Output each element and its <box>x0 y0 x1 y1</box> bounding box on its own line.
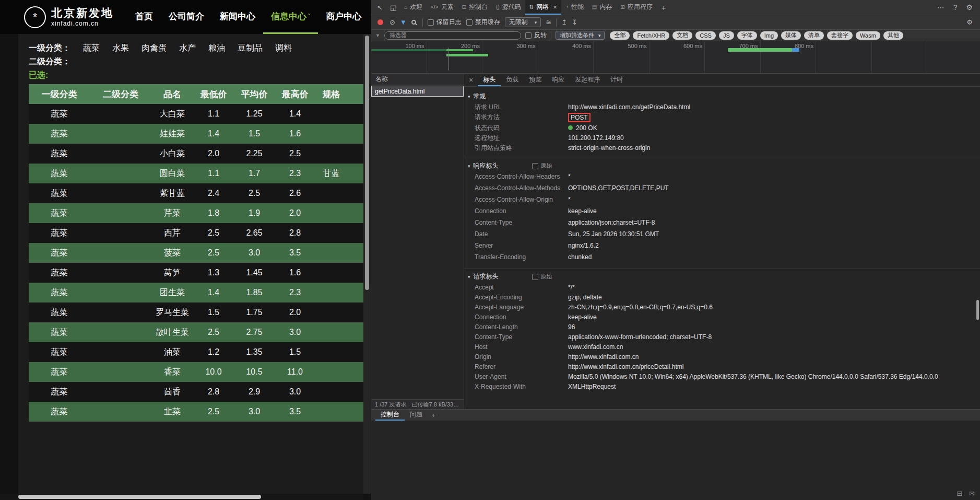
category-link[interactable]: 水果 <box>112 43 129 54</box>
devtools-tab[interactable]: ◔ 性能 × <box>561 0 588 15</box>
filter-chip[interactable]: Fetch/XHR <box>633 31 669 40</box>
nav-item[interactable]: 首页ˇ <box>127 0 161 34</box>
horizontal-scroll-thumb[interactable] <box>18 495 261 499</box>
filter-chip[interactable]: 媒体 <box>781 31 801 40</box>
devtools-tab[interactable]: ⌂ 欢迎 × <box>400 0 427 15</box>
raw-request-headers-checkbox[interactable]: 原始 <box>532 273 552 281</box>
collapse-section-icon[interactable]: ▾ <box>468 274 470 280</box>
drawer-corner-icons: ⊟ ✉ <box>957 490 975 497</box>
invert-filter-checkbox[interactable]: 反转 <box>525 31 547 40</box>
more-options-icon[interactable]: ⋯ <box>937 3 944 11</box>
cell-product: 油菜 <box>151 347 193 358</box>
cell-min-price: 1.4 <box>193 288 234 297</box>
checkbox-box[interactable] <box>525 32 532 39</box>
preserve-log-checkbox[interactable]: 保留日志 <box>428 18 462 27</box>
inspect-element-icon[interactable]: ↖ <box>373 0 386 15</box>
request-item[interactable]: getPriceData.html <box>371 86 464 97</box>
detail-tab[interactable]: 负载 <box>501 74 524 86</box>
category-link[interactable]: 蔬菜 <box>83 43 100 54</box>
dock-icon[interactable]: ⊟ <box>957 490 962 497</box>
name-column-header[interactable]: 名称 <box>371 74 464 85</box>
import-har-icon[interactable]: ↥ <box>561 18 567 26</box>
request-details-panel: × 标头 负载 预览 响应 发起程序 计时 ▾ 常规 请求 URL http:/… <box>464 74 980 409</box>
checkbox-box[interactable] <box>428 19 434 26</box>
section-title: 响应标头 <box>474 161 499 170</box>
site-logo[interactable]: * 北京新发地 xinfadi.com.cn <box>24 0 114 34</box>
devtools-tab[interactable]: </> 元素 × <box>427 0 457 15</box>
checkbox-box[interactable] <box>532 274 538 280</box>
more-tools-button[interactable]: + <box>657 0 671 15</box>
page-vertical-scrollbar[interactable] <box>363 34 371 494</box>
collapse-section-icon[interactable]: ▾ <box>468 94 470 99</box>
feedback-icon[interactable]: ✉ <box>969 490 975 497</box>
filter-chip[interactable]: JS <box>719 31 734 40</box>
more-filters-dropdown[interactable]: 增加筛选条件▾ <box>556 31 605 40</box>
settings-icon[interactable]: ⚙ <box>966 3 973 11</box>
filter-chip[interactable]: 文档 <box>672 31 692 40</box>
filter-chip[interactable]: 清单 <box>804 31 824 40</box>
nav-item[interactable]: 公司简介ˇ <box>161 0 212 34</box>
devtools-tab[interactable]: {} 源代码 × <box>492 0 525 15</box>
filter-chip[interactable]: Wasm <box>856 31 880 40</box>
filter-chip[interactable]: 套接字 <box>827 31 853 40</box>
close-details-icon[interactable]: × <box>464 74 478 86</box>
header-row: Origin http://www.xinfadi.com.cn <box>464 353 980 361</box>
nav-item[interactable]: 新闻中心ˇ <box>212 0 263 34</box>
export-har-icon[interactable]: ↧ <box>572 18 577 26</box>
page-horizontal-scrollbar[interactable] <box>0 494 363 500</box>
collapse-section-icon[interactable]: ▾ <box>468 164 470 169</box>
search-icon[interactable] <box>411 20 416 25</box>
filter-chip[interactable]: CSS <box>695 31 716 40</box>
filter-chip[interactable]: 字体 <box>737 31 757 40</box>
disable-cache-checkbox[interactable]: 禁用缓存 <box>466 18 500 27</box>
detail-tab[interactable]: 发起程序 <box>570 74 605 86</box>
drawer-tab[interactable]: 控制台 <box>375 410 405 421</box>
cell-max-price: 1.4 <box>275 109 315 119</box>
header-row: Content-Type application/x-www-form-urle… <box>464 333 980 341</box>
nav-item[interactable]: 产品中心ˇ <box>369 0 371 34</box>
clear-network-log-icon[interactable]: ⊘ <box>389 18 395 26</box>
chevron-down-icon: ▾ <box>598 33 601 38</box>
devtools-tab[interactable]: ⊞ 应用程序 × <box>616 0 656 15</box>
category-link[interactable]: 水产 <box>179 43 196 54</box>
header-value: OPTIONS,GET,POST,DELETE,PUT <box>568 184 669 192</box>
category-link[interactable]: 调料 <box>275 43 292 54</box>
close-tab-icon[interactable]: × <box>553 3 557 11</box>
detail-tab[interactable]: 标头 <box>478 74 501 86</box>
filter-chip[interactable]: 其他 <box>883 31 903 40</box>
network-settings-icon[interactable]: ⚙ <box>966 18 975 26</box>
filter-toggle-icon[interactable]: ▼ <box>400 18 407 26</box>
vertical-scroll-thumb[interactable] <box>365 36 369 290</box>
checkbox-box[interactable] <box>532 163 538 169</box>
nav-item[interactable]: 商户中心ˇ <box>318 0 369 34</box>
filter-chip[interactable]: Img <box>760 31 778 40</box>
nav-item[interactable]: 信息中心ˇ <box>263 0 318 34</box>
detail-tab[interactable]: 预览 <box>524 74 547 86</box>
throttling-select[interactable]: 无限制▾ <box>505 17 541 27</box>
category-link[interactable]: 豆制品 <box>238 43 263 54</box>
filter-chip[interactable]: 全部 <box>610 31 630 40</box>
header-value: gzip, deflate <box>568 293 602 301</box>
status-ok-icon <box>568 125 573 130</box>
header-row: Content-Length 96 <box>464 323 980 331</box>
detail-tab[interactable]: 计时 <box>605 74 628 86</box>
detail-tab[interactable]: 响应 <box>547 74 570 86</box>
network-overview-timeline[interactable]: 100 ms 200 ms 300 ms 400 ms 500 ms 600 m… <box>371 41 980 74</box>
network-conditions-icon[interactable]: ≋ <box>546 18 551 26</box>
checkbox-box[interactable] <box>466 19 473 26</box>
filter-input[interactable]: 筛选器 <box>384 31 521 40</box>
devtools-tab[interactable]: ⇅ 网络 × <box>525 0 561 15</box>
drawer-tab[interactable]: 问题 <box>405 410 428 421</box>
devtools-tab[interactable]: ▤ 内存 × <box>588 0 616 15</box>
raw-response-headers-checkbox[interactable]: 原始 <box>532 162 552 170</box>
category-link[interactable]: 肉禽蛋 <box>141 43 167 54</box>
record-network-log-button[interactable] <box>377 19 383 25</box>
add-drawer-tab-button[interactable]: + <box>428 410 440 421</box>
devtools-tab[interactable]: ⊡ 控制台 × <box>458 0 492 15</box>
header-name: Accept <box>475 283 568 292</box>
category-link[interactable]: 粮油 <box>208 43 225 54</box>
help-icon[interactable]: ? <box>953 3 958 11</box>
details-scrollbar[interactable] <box>976 300 979 320</box>
price-table-row: 蔬菜 圆白菜 1.1 1.7 2.3 甘蓝 冀鄂 <box>29 164 363 183</box>
device-emulation-icon[interactable]: ◱ <box>386 0 400 15</box>
